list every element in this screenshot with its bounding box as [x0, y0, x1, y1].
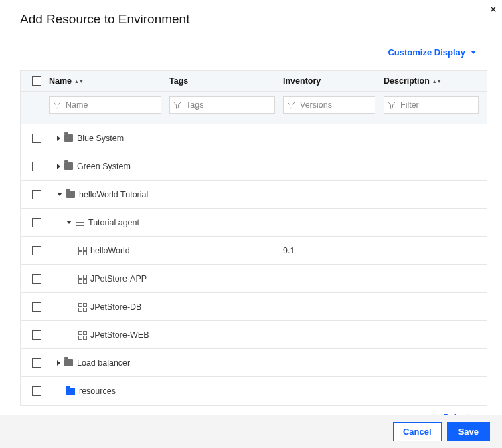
component-icon: [78, 331, 86, 339]
cancel-button[interactable]: Cancel: [393, 422, 442, 441]
table-row[interactable]: helloWorld9.1: [21, 237, 487, 265]
row-checkbox[interactable]: [32, 386, 41, 396]
expand-icon[interactable]: [57, 360, 60, 366]
filter-icon: [173, 101, 181, 109]
row-name-cell: helloWorld: [49, 246, 161, 255]
row-label: JPetStore-DB: [90, 302, 141, 312]
filter-icon: [388, 101, 396, 109]
sort-icon: ▲▼: [74, 80, 84, 83]
table-row[interactable]: resources: [21, 377, 487, 405]
filter-icon: [53, 101, 61, 109]
collapse-icon[interactable]: [66, 221, 72, 224]
table-row[interactable]: JPetStore-DB: [21, 293, 487, 321]
row-label: Blue System: [77, 134, 124, 143]
modal: × Add Resource to Environment Customize …: [0, 0, 502, 415]
customize-display-label: Customize Display: [388, 47, 465, 58]
folder-icon: [64, 359, 73, 366]
row-name-cell: JPetStore-WEB: [49, 330, 161, 340]
agent-icon: [76, 219, 84, 226]
column-header-tags[interactable]: Tags: [169, 76, 275, 86]
table-row[interactable]: Blue System: [21, 124, 487, 152]
chevron-down-icon: [471, 51, 476, 54]
row-checkbox[interactable]: [32, 190, 41, 199]
row-name-cell: Tutorial agent: [49, 218, 161, 227]
table-header: Name▲▼ Tags Inventory Description▲▼: [21, 70, 487, 92]
row-name-cell: Blue System: [49, 134, 161, 143]
row-label: Green System: [77, 162, 131, 171]
row-label: JPetStore-WEB: [90, 330, 149, 340]
component-icon: [78, 247, 86, 255]
row-checkbox[interactable]: [32, 246, 41, 255]
row-name-cell: Green System: [49, 162, 161, 171]
filter-name-input[interactable]: [49, 96, 161, 114]
row-checkbox[interactable]: [32, 134, 41, 143]
resource-table: Name▲▼ Tags Inventory Description▲▼: [20, 70, 487, 406]
component-icon: [78, 275, 86, 283]
row-checkbox[interactable]: [32, 302, 41, 312]
table-row[interactable]: Load balancer: [21, 349, 487, 377]
row-checkbox[interactable]: [32, 162, 41, 171]
table-row[interactable]: Green System: [21, 152, 487, 181]
filter-tags-input[interactable]: [169, 96, 275, 114]
row-checkbox[interactable]: [32, 358, 41, 368]
column-header-inventory[interactable]: Inventory: [283, 76, 375, 86]
component-icon: [78, 303, 86, 311]
column-header-description[interactable]: Description▲▼: [384, 76, 479, 86]
filter-icon: [287, 101, 295, 109]
table-body: Blue SystemGreen SystemhelloWorld Tutori…: [21, 124, 487, 405]
table-row[interactable]: Tutorial agent: [21, 209, 487, 237]
save-button[interactable]: Save: [447, 422, 490, 441]
row-label: helloWorld Tutorial: [79, 190, 148, 199]
row-checkbox[interactable]: [32, 218, 41, 227]
modal-title: Add Resource to Environment: [20, 12, 487, 27]
row-name-cell: resources: [49, 386, 161, 396]
row-checkbox[interactable]: [32, 274, 41, 284]
expand-icon[interactable]: [57, 136, 60, 141]
filter-description-input[interactable]: [384, 96, 479, 114]
collapse-icon[interactable]: [57, 193, 62, 196]
table-row[interactable]: JPetStore-APP: [21, 265, 487, 293]
row-inventory: 9.1: [283, 246, 295, 255]
row-name-cell: Load balancer: [49, 358, 161, 368]
select-all-checkbox[interactable]: [32, 76, 41, 86]
folder-icon: [66, 388, 75, 395]
close-icon[interactable]: ×: [489, 3, 497, 17]
table-filters: [21, 92, 487, 124]
row-label: helloWorld: [90, 246, 130, 255]
row-name-cell: helloWorld Tutorial: [49, 190, 161, 199]
row-checkbox[interactable]: [32, 330, 41, 340]
row-name-cell: JPetStore-APP: [49, 274, 161, 284]
sort-icon: ▲▼: [432, 80, 442, 83]
row-label: resources: [79, 386, 116, 396]
folder-icon: [66, 191, 75, 198]
toolbar: Customize Display: [20, 43, 487, 62]
dialog-footer: Cancel Save: [0, 415, 502, 448]
expand-icon[interactable]: [57, 164, 60, 169]
row-label: Tutorial agent: [88, 218, 139, 227]
folder-icon: [64, 134, 73, 142]
table-row[interactable]: JPetStore-WEB: [21, 321, 487, 349]
row-name-cell: JPetStore-DB: [49, 302, 161, 312]
filter-inventory-input[interactable]: [283, 96, 375, 114]
row-label: Load balancer: [77, 358, 130, 368]
folder-icon: [64, 162, 73, 170]
column-header-name[interactable]: Name▲▼: [49, 76, 161, 86]
table-row[interactable]: helloWorld Tutorial: [21, 181, 487, 209]
row-label: JPetStore-APP: [90, 274, 147, 284]
customize-display-button[interactable]: Customize Display: [378, 43, 483, 62]
